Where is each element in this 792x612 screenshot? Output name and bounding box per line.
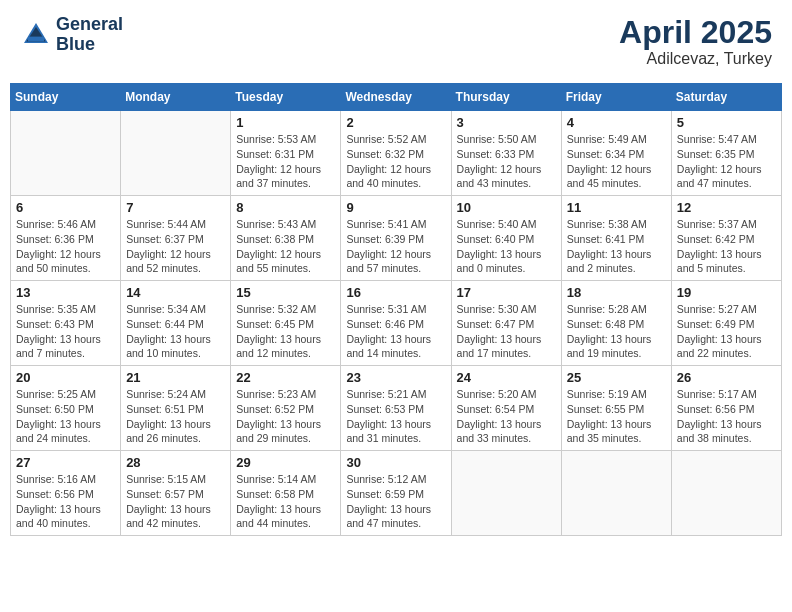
calendar-cell: 25Sunrise: 5:19 AM Sunset: 6:55 PM Dayli…: [561, 366, 671, 451]
day-number: 3: [457, 115, 556, 130]
day-number: 27: [16, 455, 115, 470]
day-info: Sunrise: 5:28 AM Sunset: 6:48 PM Dayligh…: [567, 302, 666, 361]
calendar-cell: 16Sunrise: 5:31 AM Sunset: 6:46 PM Dayli…: [341, 281, 451, 366]
day-info: Sunrise: 5:20 AM Sunset: 6:54 PM Dayligh…: [457, 387, 556, 446]
calendar-cell: 18Sunrise: 5:28 AM Sunset: 6:48 PM Dayli…: [561, 281, 671, 366]
calendar-cell: 22Sunrise: 5:23 AM Sunset: 6:52 PM Dayli…: [231, 366, 341, 451]
day-info: Sunrise: 5:44 AM Sunset: 6:37 PM Dayligh…: [126, 217, 225, 276]
calendar-cell: 24Sunrise: 5:20 AM Sunset: 6:54 PM Dayli…: [451, 366, 561, 451]
day-number: 9: [346, 200, 445, 215]
weekday-header: Thursday: [451, 84, 561, 111]
day-number: 18: [567, 285, 666, 300]
day-number: 10: [457, 200, 556, 215]
day-number: 16: [346, 285, 445, 300]
calendar-cell: 11Sunrise: 5:38 AM Sunset: 6:41 PM Dayli…: [561, 196, 671, 281]
day-info: Sunrise: 5:38 AM Sunset: 6:41 PM Dayligh…: [567, 217, 666, 276]
day-info: Sunrise: 5:24 AM Sunset: 6:51 PM Dayligh…: [126, 387, 225, 446]
calendar-cell: [451, 451, 561, 536]
weekday-header: Friday: [561, 84, 671, 111]
day-number: 6: [16, 200, 115, 215]
svg-rect-2: [28, 36, 44, 41]
day-info: Sunrise: 5:15 AM Sunset: 6:57 PM Dayligh…: [126, 472, 225, 531]
day-number: 11: [567, 200, 666, 215]
day-number: 24: [457, 370, 556, 385]
day-number: 13: [16, 285, 115, 300]
calendar-cell: 4Sunrise: 5:49 AM Sunset: 6:34 PM Daylig…: [561, 111, 671, 196]
logo-icon: [20, 19, 52, 51]
day-info: Sunrise: 5:46 AM Sunset: 6:36 PM Dayligh…: [16, 217, 115, 276]
month-year: April 2025: [619, 15, 772, 50]
calendar-cell: 26Sunrise: 5:17 AM Sunset: 6:56 PM Dayli…: [671, 366, 781, 451]
calendar-cell: 27Sunrise: 5:16 AM Sunset: 6:56 PM Dayli…: [11, 451, 121, 536]
calendar-cell: 20Sunrise: 5:25 AM Sunset: 6:50 PM Dayli…: [11, 366, 121, 451]
weekday-header: Tuesday: [231, 84, 341, 111]
weekday-header: Wednesday: [341, 84, 451, 111]
day-info: Sunrise: 5:53 AM Sunset: 6:31 PM Dayligh…: [236, 132, 335, 191]
calendar-cell: 1Sunrise: 5:53 AM Sunset: 6:31 PM Daylig…: [231, 111, 341, 196]
page-header: General Blue April 2025 Adilcevaz, Turke…: [10, 10, 782, 73]
calendar-week-row: 27Sunrise: 5:16 AM Sunset: 6:56 PM Dayli…: [11, 451, 782, 536]
logo: General Blue: [20, 15, 123, 55]
day-info: Sunrise: 5:14 AM Sunset: 6:58 PM Dayligh…: [236, 472, 335, 531]
day-number: 4: [567, 115, 666, 130]
weekday-header: Monday: [121, 84, 231, 111]
day-info: Sunrise: 5:31 AM Sunset: 6:46 PM Dayligh…: [346, 302, 445, 361]
day-number: 2: [346, 115, 445, 130]
day-number: 8: [236, 200, 335, 215]
day-info: Sunrise: 5:47 AM Sunset: 6:35 PM Dayligh…: [677, 132, 776, 191]
calendar-cell: 17Sunrise: 5:30 AM Sunset: 6:47 PM Dayli…: [451, 281, 561, 366]
calendar-cell: [121, 111, 231, 196]
day-number: 25: [567, 370, 666, 385]
calendar-cell: 29Sunrise: 5:14 AM Sunset: 6:58 PM Dayli…: [231, 451, 341, 536]
day-info: Sunrise: 5:34 AM Sunset: 6:44 PM Dayligh…: [126, 302, 225, 361]
weekday-header: Sunday: [11, 84, 121, 111]
weekday-header-row: SundayMondayTuesdayWednesdayThursdayFrid…: [11, 84, 782, 111]
calendar-cell: [11, 111, 121, 196]
calendar-cell: 7Sunrise: 5:44 AM Sunset: 6:37 PM Daylig…: [121, 196, 231, 281]
day-info: Sunrise: 5:19 AM Sunset: 6:55 PM Dayligh…: [567, 387, 666, 446]
day-number: 22: [236, 370, 335, 385]
day-info: Sunrise: 5:50 AM Sunset: 6:33 PM Dayligh…: [457, 132, 556, 191]
day-info: Sunrise: 5:16 AM Sunset: 6:56 PM Dayligh…: [16, 472, 115, 531]
calendar-week-row: 6Sunrise: 5:46 AM Sunset: 6:36 PM Daylig…: [11, 196, 782, 281]
title-block: April 2025 Adilcevaz, Turkey: [619, 15, 772, 68]
calendar-cell: 6Sunrise: 5:46 AM Sunset: 6:36 PM Daylig…: [11, 196, 121, 281]
day-number: 23: [346, 370, 445, 385]
calendar-cell: 14Sunrise: 5:34 AM Sunset: 6:44 PM Dayli…: [121, 281, 231, 366]
calendar-cell: 10Sunrise: 5:40 AM Sunset: 6:40 PM Dayli…: [451, 196, 561, 281]
day-info: Sunrise: 5:40 AM Sunset: 6:40 PM Dayligh…: [457, 217, 556, 276]
calendar-cell: 8Sunrise: 5:43 AM Sunset: 6:38 PM Daylig…: [231, 196, 341, 281]
calendar-cell: 9Sunrise: 5:41 AM Sunset: 6:39 PM Daylig…: [341, 196, 451, 281]
calendar-cell: 2Sunrise: 5:52 AM Sunset: 6:32 PM Daylig…: [341, 111, 451, 196]
day-info: Sunrise: 5:23 AM Sunset: 6:52 PM Dayligh…: [236, 387, 335, 446]
day-info: Sunrise: 5:52 AM Sunset: 6:32 PM Dayligh…: [346, 132, 445, 191]
day-number: 19: [677, 285, 776, 300]
day-number: 28: [126, 455, 225, 470]
calendar-table: SundayMondayTuesdayWednesdayThursdayFrid…: [10, 83, 782, 536]
day-info: Sunrise: 5:21 AM Sunset: 6:53 PM Dayligh…: [346, 387, 445, 446]
day-number: 26: [677, 370, 776, 385]
calendar-cell: 23Sunrise: 5:21 AM Sunset: 6:53 PM Dayli…: [341, 366, 451, 451]
calendar-cell: [671, 451, 781, 536]
calendar-cell: 3Sunrise: 5:50 AM Sunset: 6:33 PM Daylig…: [451, 111, 561, 196]
day-info: Sunrise: 5:37 AM Sunset: 6:42 PM Dayligh…: [677, 217, 776, 276]
day-info: Sunrise: 5:35 AM Sunset: 6:43 PM Dayligh…: [16, 302, 115, 361]
calendar-cell: 5Sunrise: 5:47 AM Sunset: 6:35 PM Daylig…: [671, 111, 781, 196]
calendar-week-row: 1Sunrise: 5:53 AM Sunset: 6:31 PM Daylig…: [11, 111, 782, 196]
day-number: 21: [126, 370, 225, 385]
day-number: 30: [346, 455, 445, 470]
day-number: 17: [457, 285, 556, 300]
day-number: 5: [677, 115, 776, 130]
weekday-header: Saturday: [671, 84, 781, 111]
day-number: 14: [126, 285, 225, 300]
calendar-cell: 28Sunrise: 5:15 AM Sunset: 6:57 PM Dayli…: [121, 451, 231, 536]
day-info: Sunrise: 5:25 AM Sunset: 6:50 PM Dayligh…: [16, 387, 115, 446]
location: Adilcevaz, Turkey: [619, 50, 772, 68]
day-number: 15: [236, 285, 335, 300]
day-info: Sunrise: 5:30 AM Sunset: 6:47 PM Dayligh…: [457, 302, 556, 361]
calendar-cell: 15Sunrise: 5:32 AM Sunset: 6:45 PM Dayli…: [231, 281, 341, 366]
calendar-cell: [561, 451, 671, 536]
calendar-week-row: 13Sunrise: 5:35 AM Sunset: 6:43 PM Dayli…: [11, 281, 782, 366]
calendar-week-row: 20Sunrise: 5:25 AM Sunset: 6:50 PM Dayli…: [11, 366, 782, 451]
day-info: Sunrise: 5:32 AM Sunset: 6:45 PM Dayligh…: [236, 302, 335, 361]
